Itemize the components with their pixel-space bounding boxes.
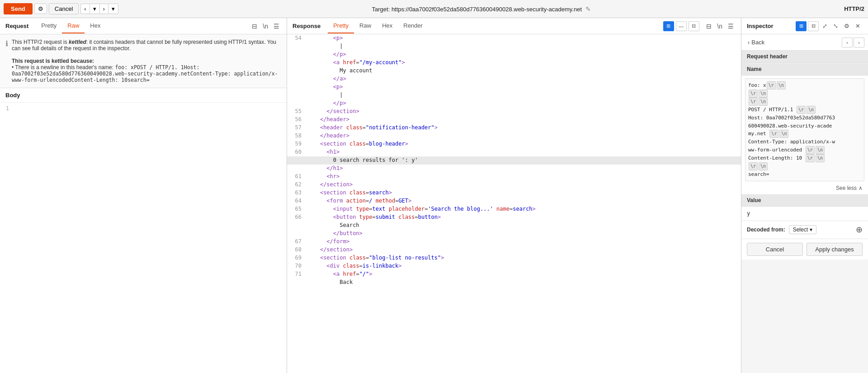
code-line: </a> (287, 75, 741, 83)
kettled-reason-header: This request is kettled because: (12, 58, 94, 64)
add-encoding-button[interactable]: ⊕ (856, 225, 863, 235)
target-url-value: https://0aa7002f03e52da580d7763600490028… (392, 6, 582, 13)
see-less-button[interactable]: See less ∧ (741, 184, 868, 194)
topbar: Send ⚙ Cancel ‹ ▾ › ▾ Target: https://0a… (0, 0, 868, 18)
tab-raw[interactable]: Raw (62, 19, 85, 33)
code-line-num: 64 (287, 198, 307, 204)
code-line: 0 search results for ': y' (287, 156, 741, 165)
resp-menu-icon[interactable]: ☰ (726, 22, 736, 31)
nav-prev-button[interactable]: ‹ (80, 4, 89, 14)
code-line: 67 </form> (287, 238, 741, 246)
code-line: 59 <section class=blog-header> (287, 140, 741, 148)
code-line-num: 59 (287, 141, 307, 147)
tab-pretty[interactable]: Pretty (36, 19, 62, 33)
back-button[interactable]: ‹ Back (745, 37, 767, 47)
code-line: </button> (287, 230, 741, 238)
body-content: 1 (0, 103, 287, 373)
insp-settings-icon[interactable]: ⚙ (842, 22, 852, 30)
nav-next-menu-button[interactable]: ▾ (108, 4, 118, 14)
tab-hex[interactable]: Hex (85, 19, 106, 33)
send-button[interactable]: Send (4, 3, 33, 14)
insp-nav-prev-icon[interactable]: ‹ (842, 38, 853, 47)
action-row: Cancel Apply changes (741, 239, 868, 260)
insp-expand-icon[interactable]: ⤢ (820, 22, 830, 30)
kettled-info-box: ℹ This HTTP/2 request is kettled: it con… (0, 34, 287, 88)
inspector-title: Inspector (747, 23, 792, 29)
code-line: 69 <section class="blog-list no-results"… (287, 254, 741, 262)
resp-tab-render[interactable]: Render (398, 19, 428, 33)
code-line-content: <div class=is-linkback> (307, 263, 741, 269)
cancel-changes-button[interactable]: Cancel (747, 243, 803, 256)
request-tab-bar: Pretty Raw Hex (36, 19, 106, 33)
decoded-label: Decoded from: (747, 227, 785, 233)
code-line-num: 63 (287, 189, 307, 196)
cancel-button[interactable]: Cancel (49, 3, 79, 14)
insp-layout2-icon[interactable]: ⊟ (808, 21, 819, 31)
name-section: Name foo: x\r\n \r\n \r\n POST / HTTP/1.… (741, 63, 868, 194)
code-line-content: <a href="/"> (307, 271, 741, 277)
code-line-content: </button> (307, 230, 741, 236)
code-line: 56 </header> (287, 116, 741, 124)
nav-prev-menu-button[interactable]: ▾ (90, 4, 99, 14)
code-line-num: 62 (287, 181, 307, 188)
code-line-content: | (307, 92, 741, 98)
decoded-select[interactable]: Select ▾ (789, 225, 816, 234)
response-title: Response (292, 23, 321, 29)
code-line: </p> (287, 99, 741, 108)
insp-shrink-icon[interactable]: ⤡ (831, 22, 840, 30)
back-chevron-icon: ‹ (748, 39, 750, 46)
target-label: Target: (372, 6, 390, 13)
response-code-view[interactable]: 54 <p> | </p> <a href="/my-account"> My … (287, 34, 741, 373)
code-line-content: <button type=submit class=button> (307, 214, 741, 220)
code-line-num: 58 (287, 132, 307, 139)
layout-split-icon[interactable]: ⊞ (663, 21, 674, 31)
kettled-info-before: This HTTP/2 request is (12, 39, 69, 45)
decoded-section: Decoded from: Select ▾ ⊕ (741, 221, 868, 238)
newline-icon[interactable]: \n (261, 22, 270, 31)
code-line-num: 68 (287, 246, 307, 253)
request-panel: Request Pretty Raw Hex ⊟ \n ☰ ℹ This HTT… (0, 18, 287, 373)
code-line-content: </section> (307, 246, 741, 253)
select-chevron-icon: ▾ (810, 227, 812, 233)
code-line-content: <form action=/ method=GET> (307, 198, 741, 204)
name-title: Name (741, 63, 868, 76)
name-content[interactable]: foo: x\r\n \r\n \r\n POST / HTTP/1.1 \r\… (745, 78, 864, 181)
insp-layout1-icon[interactable]: ⊞ (796, 21, 807, 31)
resp-paste-icon[interactable]: ⊟ (704, 22, 713, 31)
code-line: 65 <input type=text placeholder='Search … (287, 205, 741, 213)
code-line: | (287, 42, 741, 51)
code-line-num: 57 (287, 124, 307, 131)
code-line-num: 66 (287, 214, 307, 220)
resp-tab-hex[interactable]: Hex (377, 19, 398, 33)
apply-changes-button[interactable]: Apply changes (807, 243, 863, 256)
request-title: Request (5, 23, 28, 29)
code-line-content: <p> (307, 84, 741, 90)
n-tag-4: \n (807, 106, 816, 114)
code-line-num: 60 (287, 149, 307, 155)
paste-icon[interactable]: ⊟ (250, 22, 259, 31)
insp-nav-next-icon[interactable]: › (854, 38, 864, 47)
code-line-num: 71 (287, 271, 307, 277)
menu-icon[interactable]: ☰ (272, 22, 281, 31)
name-line-10: Content-Length: 10 (748, 155, 805, 161)
resp-newline-icon[interactable]: \n (715, 22, 724, 31)
code-line-content: Back (307, 279, 741, 285)
resp-tab-pretty[interactable]: Pretty (328, 19, 354, 33)
resp-tab-raw[interactable]: Raw (354, 19, 377, 33)
code-line: 62 </section> (287, 181, 741, 189)
edit-icon[interactable]: ✎ (585, 5, 591, 13)
see-less-label: See less (836, 185, 857, 191)
nav-next-button[interactable]: › (99, 4, 108, 14)
code-line-content: </section> (307, 181, 741, 188)
name-line-7: my.net (748, 131, 769, 137)
code-line-content: <hr> (307, 173, 741, 179)
value-content[interactable]: y (741, 207, 868, 220)
code-line: <p> (287, 83, 741, 91)
decoded-row: Decoded from: Select ▾ ⊕ (741, 221, 868, 238)
code-line-content: Search (307, 222, 741, 228)
code-line-content: <section class="blog-list no-results"> (307, 255, 741, 261)
layout-horiz-icon[interactable]: — (676, 21, 687, 31)
layout-vert-icon[interactable]: ⊟ (689, 21, 699, 31)
insp-close-icon[interactable]: ✕ (853, 22, 863, 30)
settings-button[interactable]: ⚙ (34, 4, 47, 14)
